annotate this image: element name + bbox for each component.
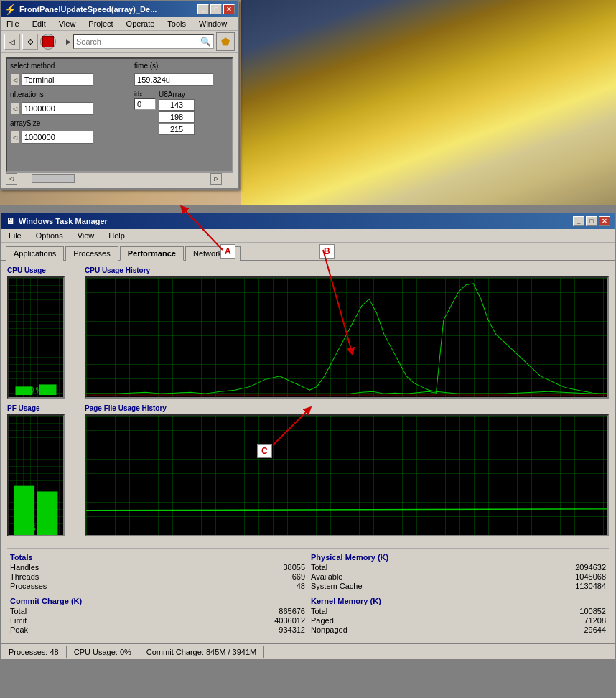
scroll-h-track [17,174,210,184]
physical-cache-row: System Cache 1130484 [311,582,606,590]
svg-line-6 [86,509,607,511]
kernel-nonpaged-value: 29644 [584,625,606,634]
commit-charge-title: Commit Charge (K) [10,597,305,605]
taskmanager-menubar: File Options View Help [1,229,615,243]
array-value-1: 198 [159,111,195,123]
physical-memory-title: Physical Memory (K) [311,553,606,562]
labview-scrollbar-h[interactable]: ◁ ▷ [6,172,233,184]
commit-limit-label: Limit [10,616,27,625]
lv-menu-tools[interactable]: Tools [165,19,188,29]
commit-charge-box: Commit Charge (K) Total 865676 Limit 403… [10,597,305,635]
cpu-meter-chart [9,278,63,397]
physical-available-row: Available 1045068 [311,572,606,581]
tm-maximize-button[interactable]: □ [586,216,597,226]
time-input[interactable] [134,73,213,86]
tm-minimize-button[interactable]: _ [573,216,584,226]
pf-value-text: 845 MB [9,524,63,532]
commit-total-value: 865676 [279,607,305,615]
niterations-label: nIterations [10,90,44,98]
tm-menu-view[interactable]: View [75,231,98,241]
handles-value: 38055 [283,563,305,572]
tab-processes[interactable]: Processes [65,246,118,261]
lv-minimize-button[interactable]: _ [197,4,209,14]
niterations-spindown[interactable]: ◁ [10,102,20,115]
commit-peak-label: Peak [10,625,28,634]
status-cpu: CPU Usage: 0% [67,646,139,658]
pf-history-svg [86,416,607,535]
tm-menu-help[interactable]: Help [106,231,128,241]
totals-processes-row: Processes 48 [10,582,305,590]
pf-usage-meter: 845 MB [7,414,65,536]
lv-search-input[interactable] [76,37,200,46]
taskmanager-statusbar: Processes: 48 CPU Usage: 0% Commit Charg… [1,643,615,659]
system-cache-value: 1130484 [575,582,606,590]
status-commit: Commit Charge: 845M / 3941M [139,646,264,658]
kernel-total-value: 100852 [579,607,606,615]
kernel-nonpaged-row: Nonpaged 29644 [311,625,606,634]
svg-rect-1 [39,384,57,395]
labview-title: FrontPanelUpdateSpeed(array)_De... [19,5,157,14]
pf-meter-chart [9,416,63,535]
pf-history-label: Page File Usage History [85,404,609,412]
scroll-h-thumb[interactable] [32,174,75,183]
niterations-input[interactable] [22,102,93,115]
lv-menu-view[interactable]: View [57,19,78,29]
labview-titlebar[interactable]: ⚡ FrontPanelUpdateSpeed(array)_De... _ □… [1,1,238,17]
labview-content: select method ◁ nIterations ◁ [1,53,238,188]
processes-value: 48 [297,582,305,590]
scroll-right-button[interactable]: ▷ [210,173,222,185]
taskmanager-titlebar[interactable]: 🖥 Windows Task Manager _ □ ✕ [1,213,615,229]
tab-applications[interactable]: Applications [6,246,64,261]
labview-toolbar: ◁ ⚙ ▶ 🔍 ⬟ [1,31,238,53]
threads-value: 669 [292,572,305,581]
pf-usage-label: PF Usage [7,404,79,412]
lv-menu-operate[interactable]: Operate [124,19,157,29]
tab-networking[interactable]: Networking [185,246,241,261]
commit-total-label: Total [10,607,27,615]
lv-menu-window[interactable]: Window [197,19,229,29]
cpu-history-chart [85,276,609,399]
lv-back-button[interactable]: ◁ [4,34,20,50]
select-method-spindown[interactable]: ◁ [10,73,20,86]
kernel-memory-title: Kernel Memory (K) [311,597,606,605]
kernel-total-row: Total 100852 [311,607,606,615]
lv-menu-file[interactable]: File [4,19,22,29]
scroll-left-button[interactable]: ◁ [6,173,17,185]
lv-menu-edit[interactable]: Edit [30,19,48,29]
physical-total-row: Total 2094632 [311,563,606,572]
handles-label: Handles [10,563,39,572]
arraysize-input[interactable] [22,131,93,144]
lv-settings-button[interactable]: ⚙ [22,34,38,50]
array-value-0: 143 [159,99,195,111]
lv-logo-button[interactable]: ⬟ [216,32,235,51]
select-method-input[interactable] [22,73,93,86]
arraysize-spindown[interactable]: ◁ [10,131,20,144]
lv-close-button[interactable]: ✕ [223,4,235,14]
tab-performance[interactable]: Performance [120,246,184,261]
tm-menu-file[interactable]: File [6,231,24,241]
cpu-usage-label: CPU Usage [7,266,79,274]
tm-menu-options[interactable]: Options [33,231,66,241]
commit-peak-row: Peak 934312 [10,625,305,634]
totals-box: Totals Handles 38055 Threads 669 Process… [10,553,305,591]
kernel-memory-box: Kernel Memory (K) Total 100852 Paged 712… [311,597,606,635]
totals-title: Totals [10,553,305,562]
totals-threads-row: Threads 669 [10,572,305,581]
processes-label: Processes [10,582,47,590]
select-method-label: select method [10,62,55,70]
kernel-paged-value: 71208 [584,616,606,625]
labview-panel: select method ◁ nIterations ◁ [6,57,233,172]
kernel-nonpaged-label: Nonpaged [311,625,347,634]
tm-close-button[interactable]: ✕ [599,216,610,226]
u8array-label: U8Array [159,90,195,98]
labview-window: ⚡ FrontPanelUpdateSpeed(array)_De... _ □… [0,0,239,190]
lv-menu-project[interactable]: Project [86,19,115,29]
cpu-history-svg [86,278,607,397]
array-index-input[interactable] [134,98,156,110]
commit-limit-row: Limit 4036012 [10,616,305,625]
lv-play-button[interactable]: ▶ [66,38,71,45]
physical-available-value: 1045068 [575,572,606,581]
labview-menubar: File Edit View Project Operate Tools Win… [1,17,238,31]
lv-maximize-button[interactable]: □ [210,4,222,14]
physical-memory-box: Physical Memory (K) Total 2094632 Availa… [311,553,606,591]
